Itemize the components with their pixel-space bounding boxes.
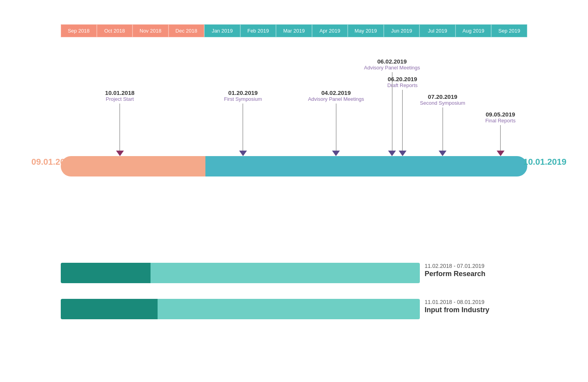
milestone-line-final-reports: [500, 125, 501, 151]
milestone-date-draft-reports: 06.20.2019: [387, 76, 417, 82]
pill-teal: [205, 156, 527, 176]
milestone-first-symposium: 01.20.2019 First Symposium: [224, 89, 262, 156]
month-cell-Dec-2018: Dec 2018: [169, 24, 205, 37]
month-cell-May-2019: May 2019: [348, 24, 384, 37]
milestone-date-project-start: 10.01.2018: [105, 89, 134, 96]
milestone-date-advisory-panel-2: 06.02.2019: [364, 58, 420, 65]
gantt-label-input-from-industry: 11.01.2018 - 08.01.2019 Input from Indus…: [425, 299, 527, 314]
milestone-label-draft-reports: 06.20.2019 Draft Reports: [387, 76, 417, 88]
milestone-name-advisory-panel-2: Advisory Panel Meetings: [364, 65, 420, 71]
pill-salmon: [61, 156, 205, 176]
gantt-date-range-input-from-industry: 11.01.2018 - 08.01.2019: [425, 299, 527, 305]
gantt-section: 11.02.2018 - 07.01.2019 Perform Research…: [61, 263, 527, 335]
pill-start-date: 09.01.2018: [31, 157, 74, 167]
milestone-label-final-reports: 09.05.2019 Final Reports: [485, 111, 515, 124]
milestone-line-second-symposium: [443, 107, 443, 151]
milestone-date-first-symposium: 01.20.2019: [224, 89, 262, 96]
month-cell-Jan-2019: Jan 2019: [204, 24, 240, 37]
month-cell-Jun-2019: Jun 2019: [384, 24, 420, 37]
gantt-label-perform-research: 11.02.2018 - 07.01.2019 Perform Research: [425, 263, 527, 278]
milestone-project-start: 10.01.2018 Project Start: [105, 89, 134, 156]
gantt-dark-input-from-industry: [61, 299, 158, 319]
gantt-row-input-from-industry: 11.01.2018 - 08.01.2019 Input from Indus…: [61, 299, 527, 319]
month-cell-Sep-2018: Sep 2018: [61, 24, 97, 37]
gantt-bar-perform-research: [61, 263, 420, 283]
gantt-light-perform-research: [151, 263, 420, 283]
gantt-row-perform-research: 11.02.2018 - 07.01.2019 Perform Research: [61, 263, 527, 283]
milestone-arrow-second-symposium: [439, 151, 446, 156]
gantt-title-perform-research: Perform Research: [425, 270, 527, 278]
milestone-arrow-advisory-panel-1: [332, 151, 340, 156]
milestone-name-second-symposium: Second Symposium: [420, 100, 465, 106]
milestone-line-draft-reports: [402, 90, 403, 151]
milestone-label-second-symposium: 07.20.2019 Second Symposium: [420, 93, 465, 106]
milestone-arrow-project-start: [116, 151, 124, 156]
milestone-draft-reports: 06.20.2019 Draft Reports: [387, 76, 417, 156]
month-cell-Sep-2019: Sep 2019: [491, 24, 527, 37]
month-cell-Nov-2018: Nov 2018: [132, 24, 169, 37]
milestone-name-draft-reports: Draft Reports: [387, 82, 417, 88]
milestone-date-second-symposium: 07.20.2019: [420, 93, 465, 100]
month-cell-Apr-2019: Apr 2019: [312, 24, 348, 37]
milestone-name-first-symposium: First Symposium: [224, 96, 262, 102]
milestone-date-advisory-panel-1: 04.02.2019: [308, 89, 364, 96]
month-cell-Aug-2019: Aug 2019: [456, 24, 492, 37]
milestone-advisory-panel-1: 04.02.2019 Advisory Panel Meetings: [308, 89, 364, 156]
timeline-area: 09.01.2018 10.01.2019 10.01.2018 Project…: [61, 51, 527, 208]
month-cell-Feb-2019: Feb 2019: [240, 24, 276, 37]
milestone-name-project-start: Project Start: [105, 96, 134, 102]
milestone-final-reports: 09.05.2019 Final Reports: [485, 111, 515, 156]
milestone-line-project-start: [120, 104, 120, 151]
milestone-name-final-reports: Final Reports: [485, 118, 515, 124]
milestone-label-project-start: 10.01.2018 Project Start: [105, 89, 134, 102]
milestone-arrow-final-reports: [497, 151, 505, 156]
gantt-date-range-perform-research: 11.02.2018 - 07.01.2019: [425, 263, 527, 269]
gantt-dark-perform-research: [61, 263, 151, 283]
month-cell-Jul-2019: Jul 2019: [419, 24, 456, 37]
month-cell-Oct-2018: Oct 2018: [97, 24, 133, 37]
pill-end-date: 10.01.2019: [523, 157, 566, 167]
milestone-line-advisory-panel-1: [336, 104, 336, 151]
milestone-arrow-draft-reports: [399, 151, 407, 156]
milestone-label-advisory-panel-2: 06.02.2019 Advisory Panel Meetings: [364, 58, 420, 71]
milestone-label-advisory-panel-1: 04.02.2019 Advisory Panel Meetings: [308, 89, 364, 102]
pill-bar: [61, 156, 527, 176]
milestone-line-first-symposium: [243, 104, 243, 151]
gantt-bar-input-from-industry: [61, 299, 420, 319]
gantt-light-input-from-industry: [158, 299, 420, 319]
milestone-name-advisory-panel-1: Advisory Panel Meetings: [308, 96, 364, 102]
milestone-date-final-reports: 09.05.2019: [485, 111, 515, 118]
milestone-label-first-symposium: 01.20.2019 First Symposium: [224, 89, 262, 102]
month-cell-Mar-2019: Mar 2019: [276, 24, 312, 37]
milestone-arrow-first-symposium: [239, 151, 247, 156]
months-bar: Sep 2018Oct 2018Nov 2018Dec 2018Jan 2019…: [61, 24, 527, 37]
milestone-second-symposium: 07.20.2019 Second Symposium: [420, 93, 465, 156]
gantt-title-input-from-industry: Input from Industry: [425, 306, 527, 314]
